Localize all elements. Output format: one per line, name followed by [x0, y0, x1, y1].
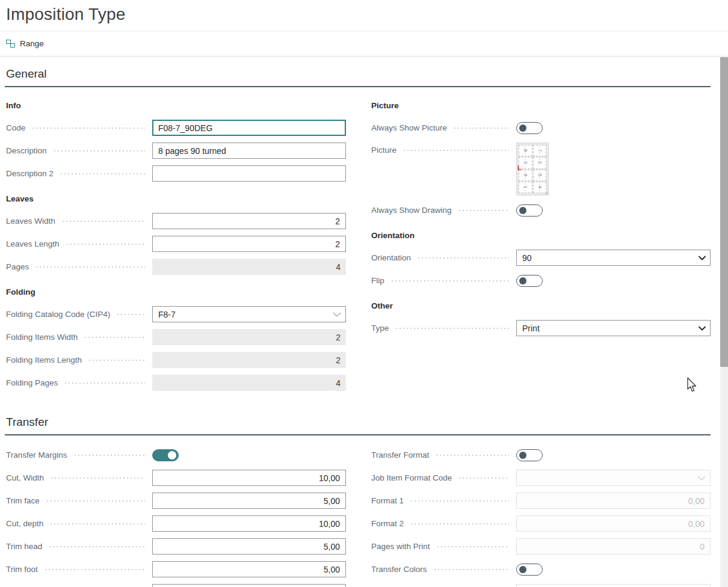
range-action-label: Range	[20, 39, 44, 48]
dotted-leader	[49, 523, 145, 524]
scrollbar-thumb[interactable]	[720, 57, 728, 367]
group-label-picture: Picture	[371, 101, 711, 111]
code-label: Code	[5, 123, 25, 132]
transfer-margins-label: Transfer Margins	[5, 450, 67, 459]
trim-head-input[interactable]: 5,00	[152, 538, 346, 555]
trim-foot-input[interactable]: 5,00	[152, 561, 346, 577]
field-row-milling-depth: Milling Depth 5,00	[5, 584, 346, 587]
field-row-orientation: Orientation 90	[370, 250, 711, 266]
field-row-leaves-width: Leaves Width 2	[5, 213, 346, 229]
dotted-leader	[458, 478, 509, 479]
field-row-code: Code F08-7_90DEG	[5, 120, 346, 136]
type-label: Type	[370, 324, 389, 333]
dotted-leader	[116, 314, 145, 315]
dotted-leader	[403, 150, 509, 151]
picture-cell: 5	[533, 170, 547, 181]
field-row-trim-head: Trim head 5,00	[5, 538, 346, 555]
cut-width-label: Cut, Width	[5, 473, 44, 482]
flip-toggle[interactable]	[516, 275, 543, 287]
dotted-leader	[84, 337, 145, 338]
range-icon	[6, 40, 16, 48]
dotted-leader	[46, 500, 145, 502]
format2-value: 0,00	[516, 515, 711, 532]
cut-width-input[interactable]: 10,00	[152, 470, 346, 486]
pages-label: Pages	[5, 262, 29, 271]
picture-cell: 7	[533, 145, 547, 156]
field-row-leaves-length: Leaves Length 2	[5, 236, 346, 252]
description-label: Description	[5, 146, 47, 155]
transfer-margins-toggle[interactable]	[152, 449, 179, 461]
range-action[interactable]: Range	[6, 39, 44, 48]
format1-value: 0,00	[516, 493, 711, 509]
dotted-leader	[88, 360, 145, 361]
job-item-format-code-label: Job Item Format Code	[370, 473, 452, 482]
description-input[interactable]: 8 pages 90 turned	[152, 143, 346, 159]
picture-cell: 1	[519, 182, 532, 193]
always-show-picture-label: Always Show Picture	[370, 123, 447, 132]
always-show-drawing-label: Always Show Drawing	[370, 206, 452, 215]
description2-input[interactable]	[152, 165, 346, 182]
trim-foot-label: Trim foot	[5, 565, 38, 574]
dotted-leader	[48, 546, 145, 547]
picture-corner-mark: L	[517, 165, 522, 171]
type-select[interactable]: Print	[516, 320, 711, 336]
flip-label: Flip	[370, 276, 384, 285]
leaves-length-input[interactable]: 2	[152, 236, 346, 252]
colors-front-value: 0	[516, 584, 711, 587]
format1-label: Format 1	[370, 496, 404, 505]
transfer-colors-toggle[interactable]	[516, 564, 543, 576]
field-row-folding-items-length: Folding Items Length 2	[5, 352, 346, 368]
action-bar: Range	[0, 31, 728, 57]
group-label-info: Info	[6, 101, 346, 111]
dotted-leader	[64, 383, 145, 384]
field-row-flip: Flip	[370, 272, 711, 289]
transfer-colors-label: Transfer Colors	[370, 565, 427, 574]
title-bar: Imposition Type	[0, 0, 728, 31]
cut-depth-input[interactable]: 10,00	[152, 515, 346, 532]
job-item-format-code-lookup	[516, 470, 711, 486]
dotted-leader	[410, 500, 509, 502]
field-row-folding-pages: Folding Pages 4	[5, 375, 346, 391]
dotted-leader	[395, 328, 509, 329]
dotted-leader	[60, 173, 145, 174]
section-heading-transfer[interactable]: Transfer	[5, 416, 711, 435]
field-row-folding-items-width: Folding Items Width 2	[5, 329, 346, 345]
field-row-format1: Format 1 0,00	[370, 493, 711, 509]
picture-cell: 2	[533, 157, 547, 168]
dotted-leader	[435, 455, 509, 456]
dotted-leader	[458, 210, 509, 211]
dotted-leader	[35, 266, 145, 268]
dotted-leader	[436, 546, 509, 547]
pages-with-print-value: 0	[516, 538, 711, 555]
field-row-always-show-drawing: Always Show Drawing	[370, 202, 711, 218]
field-row-picture: Picture 8 7 3 2 6 5 1 4	[370, 143, 711, 195]
trim-face-input[interactable]: 5,00	[152, 493, 346, 509]
always-show-picture-toggle[interactable]	[516, 122, 543, 134]
leaves-width-label: Leaves Width	[5, 217, 55, 226]
leaves-length-label: Leaves Length	[5, 239, 60, 248]
dotted-leader	[73, 455, 145, 456]
format2-label: Format 2	[370, 519, 404, 528]
vertical-scrollbar[interactable]	[720, 57, 728, 587]
folding-catalog-code-value: F8-7	[158, 310, 176, 319]
transfer-format-toggle[interactable]	[516, 449, 543, 461]
field-row-job-item-format-code: Job Item Format Code	[370, 470, 711, 486]
folding-catalog-code-lookup[interactable]: F8-7	[152, 306, 346, 322]
code-input[interactable]: F08-7_90DEG	[152, 120, 346, 136]
always-show-drawing-toggle[interactable]	[516, 204, 543, 217]
dotted-leader	[417, 257, 509, 259]
group-label-folding: Folding	[6, 287, 346, 297]
milling-depth-input[interactable]: 5,00	[152, 584, 346, 587]
orientation-select[interactable]: 90	[516, 250, 711, 266]
leaves-width-input[interactable]: 2	[152, 213, 346, 229]
imposition-picture[interactable]: 8 7 3 2 6 5 1 4 L ◿	[516, 143, 549, 195]
picture-label: Picture	[370, 146, 396, 155]
folding-pages-label: Folding Pages	[5, 378, 58, 387]
cut-depth-label: Cut, depth	[5, 519, 43, 528]
chevron-down-icon	[697, 476, 706, 481]
dotted-leader	[44, 569, 145, 570]
trim-head-label: Trim head	[5, 542, 42, 551]
field-row-pages-with-print: Pages with Print 0	[370, 538, 711, 555]
section-heading-general[interactable]: General	[5, 67, 711, 87]
field-row-cut-width: Cut, Width 10,00	[5, 470, 346, 486]
